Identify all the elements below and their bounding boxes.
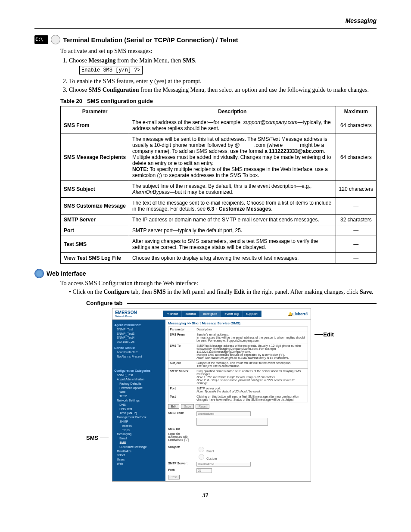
table-row: Port SMTP server port—typically the defa…: [61, 225, 377, 236]
telnet-section-heading: C:\ Terminal Emulation (Serial or TCP/IP…: [34, 35, 377, 44]
tab-control[interactable]: control: [182, 311, 199, 317]
sidebar-item[interactable]: SNMP: [114, 420, 164, 424]
to-note: separate addresses with semicolons (";"): [168, 432, 194, 441]
cmd-icon: C:\: [34, 35, 48, 44]
port-input[interactable]: [196, 468, 212, 473]
sms-config-table: Parameter Description Maximum SMS From T…: [60, 106, 377, 264]
port-label: Port:: [168, 468, 194, 471]
callout-sms: SMS: [86, 435, 98, 441]
sidebar-item[interactable]: Management Protocol: [114, 415, 164, 420]
enable-sms-prompt: Enable SMS [y/n] ?>: [79, 66, 143, 75]
step-2: To enable the SMS feature, enter y (yes)…: [69, 78, 377, 85]
reset-button[interactable]: Reset: [196, 404, 209, 409]
sidebar-item[interactable]: Time (SNTP): [114, 411, 164, 415]
to-label: SMS To:: [168, 427, 194, 430]
telnet-steps: Choose Messaging from the Main Menu, the…: [60, 57, 377, 93]
terminal-icon: [51, 35, 60, 44]
sidebar-item[interactable]: Access: [114, 424, 164, 428]
sidebar-item[interactable]: Email: [114, 436, 164, 441]
tab-event-log[interactable]: event log: [221, 311, 242, 317]
telnet-intro: To activate and set up SMS messages:: [60, 48, 377, 55]
header-rule: [34, 28, 377, 29]
telnet-title: Terminal Emulation (Serial or TCP/IP Con…: [63, 36, 238, 44]
web-intro: To access SMS Configuration through the …: [60, 280, 377, 287]
table-row: Test SMS After saving changes to SMS par…: [61, 236, 377, 253]
subject-event-radio[interactable]: [199, 447, 204, 452]
col-description: Description: [129, 106, 336, 117]
step-3: Choose SMS Configuration from the Messag…: [69, 87, 377, 93]
smtp-input[interactable]: [196, 462, 251, 467]
liebert-logo: 🔔Liebert®: [288, 312, 308, 316]
tab-configure[interactable]: configure: [199, 311, 221, 317]
param-desc-table: ParameterDescription SMS FromSender's em…: [168, 327, 308, 402]
sidebar-item[interactable]: Reinitialize: [114, 449, 164, 454]
sidebar-item[interactable]: Agent Administration: [114, 377, 164, 382]
table-row: SMS Subject The subject line of the mess…: [61, 181, 377, 198]
test-button[interactable]: Test: [168, 475, 180, 479]
table-row: View Test SMS Log File Choose this optio…: [61, 253, 377, 264]
from-label: SMS From:: [168, 411, 194, 414]
sidebar-item[interactable]: Customize Message: [114, 445, 164, 449]
sidebar-item[interactable]: SNMP_Test: [114, 373, 164, 377]
table-header-row: Parameter Description Maximum: [61, 106, 377, 117]
running-header: Messaging: [34, 17, 377, 24]
callout-configure-tab: Configure tab: [86, 300, 377, 306]
sidebar-item-sms[interactable]: SMS: [114, 441, 164, 445]
emerson-logo: EMERSON: [115, 310, 137, 315]
sidebar-item[interactable]: Firmware Update: [114, 386, 164, 390]
step-1: Choose Messaging from the Main Menu, the…: [69, 57, 377, 76]
sidebar-item[interactable]: Web: [114, 390, 164, 394]
sidebar-item[interactable]: Telnet: [114, 453, 164, 457]
sidebar: Agent Information: SNMP_Test SNMP_Test3 …: [112, 320, 165, 481]
save-button[interactable]: Save: [181, 404, 194, 409]
sidebar-item[interactable]: Users: [114, 457, 164, 462]
col-maximum: Maximum: [336, 106, 376, 117]
sidebar-item[interactable]: Factory Defaults: [114, 382, 164, 386]
page-number: 31: [34, 492, 377, 499]
table-caption: Table 20 SMS configuration guide: [60, 98, 377, 104]
sidebar-item[interactable]: Web: [114, 462, 164, 466]
web-steps: Click on the Configure tab, then SMS in …: [60, 289, 377, 296]
from-input[interactable]: [196, 411, 251, 416]
table-row: SMS Message Recipients The message will …: [61, 134, 377, 181]
subject-label: Subject:: [168, 445, 194, 448]
main-panel: Messaging >> Short Message Service (SMS)…: [165, 320, 311, 481]
table-row: SMS Customize Message The text of the me…: [61, 198, 377, 215]
smtp-label: SMTP Server:: [168, 462, 194, 465]
web-step-1: Click on the Configure tab, then SMS in …: [69, 289, 377, 296]
nav-tabs: monitor control configure event log supp…: [163, 311, 262, 317]
sidebar-item[interactable]: DNS: [114, 403, 164, 407]
callout-edit: Edit: [323, 331, 334, 338]
globe-icon: [34, 269, 44, 278]
table-row: SMS From The e-mail address of the sende…: [61, 117, 377, 134]
sms-form: SMS From: SMS To: separate: [168, 411, 308, 479]
subject-custom-radio[interactable]: [199, 454, 204, 460]
edit-button[interactable]: Edit: [168, 404, 179, 409]
tab-monitor[interactable]: monitor: [163, 311, 182, 317]
sidebar-item[interactable]: Traps: [114, 428, 164, 432]
tab-support[interactable]: support: [243, 311, 262, 317]
sidebar-item[interactable]: TFTP: [114, 394, 164, 398]
form-buttons: Edit Save Reset: [168, 404, 308, 409]
sidebar-item[interactable]: Network Settings: [114, 398, 164, 403]
web-ui-screenshot: EMERSON Network Power monitor control co…: [112, 308, 311, 482]
to-input[interactable]: [196, 418, 268, 426]
web-section-heading: Web Interface: [34, 269, 377, 278]
col-parameter: Parameter: [61, 106, 129, 117]
sidebar-item[interactable]: DNS Test: [114, 407, 164, 411]
breadcrumb: Messaging >> Short Message Service (SMS)…: [168, 321, 308, 325]
sidebar-item[interactable]: Messaging: [114, 432, 164, 436]
table-row: SMTP Server The IP address or domain nam…: [61, 215, 377, 225]
